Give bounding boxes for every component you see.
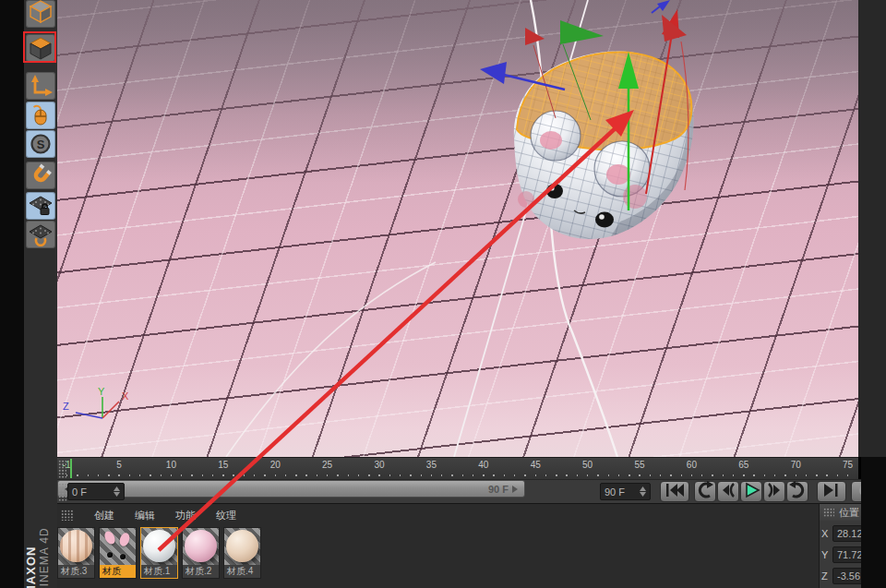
record-button[interactable]: [851, 481, 861, 502]
workplane-button[interactable]: [26, 221, 55, 248]
world-axis-indicator: Y X Z: [63, 386, 129, 418]
ruler-label-35: 35: [426, 460, 437, 470]
material-tile[interactable]: 材质.3: [57, 527, 95, 579]
ruler-label-75: 75: [843, 460, 853, 470]
viewport-3d[interactable]: Y X Z: [57, 0, 858, 457]
goto-end-button[interactable]: [817, 481, 846, 502]
ruler-label-70: 70: [791, 460, 801, 470]
coordinates-grip[interactable]: [823, 508, 834, 518]
brand-product: CINEMA 4D: [38, 527, 51, 588]
play-icon: [741, 481, 761, 503]
coordinate-row-y: Y71.72: [821, 546, 862, 564]
coordinates-panel: 位置 X28.12Y71.72Z-3.56: [819, 503, 862, 588]
coordinate-value-input[interactable]: -3.56: [832, 568, 862, 584]
window-left-edge: [0, 0, 24, 588]
window-right-edge-top: [858, 0, 886, 457]
coordinate-value-input[interactable]: 71.72: [832, 546, 862, 563]
ruler-label-40: 40: [478, 460, 488, 470]
coordinate-value-input[interactable]: 28.12: [832, 525, 862, 542]
next-key-icon: [787, 481, 808, 503]
ruler-label-30: 30: [374, 460, 384, 470]
prev-frame-button[interactable]: [717, 481, 739, 502]
material-preview-skin-stripes[interactable]: [58, 528, 94, 566]
coordinates-header[interactable]: 位置: [820, 504, 862, 521]
coordinate-axis-label: Y: [821, 549, 829, 560]
material-menu-item[interactable]: 创建: [94, 509, 114, 522]
coordinates-title: 位置: [839, 506, 859, 520]
play-button[interactable]: [740, 481, 762, 502]
material-tile[interactable]: 材质.1: [140, 527, 178, 579]
material-label[interactable]: 材质.4: [224, 565, 260, 578]
ruler-label-50: 50: [582, 460, 593, 470]
material-menu-item[interactable]: 纹理: [216, 509, 236, 522]
transport-grip-handle[interactable]: [58, 483, 66, 501]
goto-end-icon: [820, 481, 843, 503]
scale-handle-green-flag[interactable]: [560, 20, 604, 44]
power-slider[interactable]: 0 F 90 F: [57, 480, 525, 498]
axis-y-label: Y: [98, 386, 105, 397]
scale-handle-red-flag-small[interactable]: [525, 28, 545, 45]
axis-z-arrowhead[interactable]: [480, 62, 507, 84]
end-frame-spinner[interactable]: [640, 486, 646, 497]
material-manager: 创建编辑功能纹理 材质.3材质材质.1材质.2材质.4: [57, 503, 819, 588]
workplane-lock-icon: [29, 194, 53, 218]
prev-key-button[interactable]: [694, 481, 716, 502]
frame-ticks: [66, 474, 853, 476]
current-frame-input[interactable]: 0 F: [67, 483, 125, 500]
material-sphere-pink: [185, 530, 217, 562]
make-editable-button[interactable]: [26, 0, 55, 28]
coordinate-row-z: Z-3.56: [821, 567, 862, 585]
material-preview-face-texture[interactable]: [100, 528, 136, 566]
axis-l-icon: [29, 74, 53, 98]
magnet-icon: [29, 163, 53, 187]
s-circle-icon: S: [29, 132, 53, 156]
cinema4d-window: { "brand": {"name": "MAXON", "product": …: [0, 0, 886, 588]
cube-character[interactable]: [514, 52, 694, 239]
snapping-button[interactable]: [26, 162, 55, 189]
viewport-overlay: Y X Z: [57, 0, 858, 457]
tweak-mode-button[interactable]: [26, 102, 55, 129]
material-tile[interactable]: 材质: [99, 527, 137, 579]
axis-x-label: X: [122, 390, 129, 402]
ruler-label-60: 60: [687, 460, 697, 470]
goto-start-button[interactable]: [660, 481, 689, 502]
end-frame-value: 90 F: [605, 486, 625, 498]
cube-ear-left: [531, 111, 581, 161]
material-menu-item[interactable]: 功能: [175, 509, 196, 522]
coordinate-axis-label: X: [821, 528, 829, 539]
end-frame-input[interactable]: 90 F: [600, 483, 651, 500]
material-label[interactable]: 材质: [100, 565, 136, 578]
material-sphere-white: [143, 530, 175, 562]
material-preview-beige-sphere[interactable]: [224, 528, 260, 566]
timeline-ruler[interactable]: -151015202530354045505560657075: [57, 457, 858, 479]
enable-axis-button[interactable]: [26, 72, 55, 100]
material-label[interactable]: 材质.3: [58, 565, 94, 578]
frame-spinner[interactable]: [114, 486, 120, 497]
lock-workplane-button[interactable]: [26, 192, 55, 220]
material-sphere-skin: [60, 530, 92, 562]
playback-button-group: [694, 480, 810, 503]
ruler-label-10: 10: [166, 460, 176, 470]
mode-toolbar: S: [24, 0, 57, 588]
material-tile[interactable]: 材质.4: [223, 527, 261, 579]
material-menu-item[interactable]: 编辑: [135, 509, 155, 522]
mouse-icon: [29, 103, 53, 127]
ruler-label-45: 45: [531, 460, 541, 470]
material-sphere-beige: [226, 530, 258, 562]
material-preview-pink-sphere[interactable]: [183, 528, 219, 566]
next-frame-button[interactable]: [763, 481, 785, 502]
slider-end-label: 90 F: [488, 484, 509, 495]
prev-key-icon: [695, 481, 715, 503]
material-preview-white-sphere[interactable]: [141, 528, 177, 566]
material-menu-grip[interactable]: [61, 510, 74, 521]
ruler-label-20: 20: [270, 460, 281, 470]
annotation-highlight-box: [23, 31, 56, 63]
ruler-label-5: 5: [116, 460, 122, 470]
material-label[interactable]: 材质.1: [141, 565, 177, 578]
material-label[interactable]: 材质.2: [183, 565, 219, 578]
cube-wireframe-icon: [29, 5, 53, 23]
soft-selection-button[interactable]: S: [26, 130, 55, 158]
brand-logo: MAXON CINEMA 4D: [24, 503, 57, 588]
material-tile[interactable]: 材质.2: [182, 527, 220, 579]
next-key-button[interactable]: [786, 481, 808, 502]
